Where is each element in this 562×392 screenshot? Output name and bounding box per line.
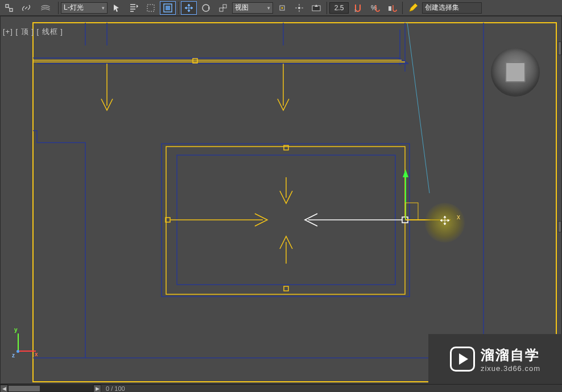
named-selection-placeholder: 创建选择集 — [425, 3, 459, 12]
link-button[interactable] — [18, 1, 34, 15]
viewport-active-border[interactable] — [34, 23, 556, 381]
select-by-name-button[interactable] — [126, 1, 142, 15]
svg-point-8 — [298, 7, 300, 9]
chevron-down-icon: ▾ — [267, 5, 270, 11]
y-axis-icon — [18, 333, 19, 352]
snap-toggle-button[interactable]: 3 — [350, 1, 366, 15]
watermark-title: 溜溜自学 — [481, 346, 540, 364]
schematic-view-button[interactable] — [1, 1, 17, 15]
viewport-label-plus: [+] — [3, 27, 13, 36]
watermark-subtitle: zixue.3d66.com — [481, 364, 540, 373]
timeline-frame-display: 0 / 100 — [106, 385, 125, 392]
timeline-track[interactable] — [8, 385, 93, 392]
separator — [402, 2, 403, 14]
scroll-right-button[interactable]: ▶ — [93, 385, 101, 393]
layer-combo-value: L-灯光 — [64, 3, 84, 12]
ref-coord-value: 视图 — [235, 3, 249, 12]
chevron-down-icon: ▾ — [102, 5, 105, 11]
svg-rect-12 — [389, 6, 391, 11]
separator — [327, 2, 327, 14]
main-toolbar: L-灯光 ▾ 视图 ▾ 2.5 3 % — [0, 0, 562, 16]
rotate-button[interactable] — [198, 1, 214, 15]
keyboard-shortcut-button[interactable] — [308, 1, 324, 15]
ref-coord-combo[interactable]: 视图 ▾ — [232, 2, 273, 14]
scrollbar-stub[interactable] — [558, 221, 561, 232]
watermark-overlay: 溜溜自学 zixue.3d66.com — [428, 334, 562, 384]
separator — [178, 2, 179, 14]
select-object-button[interactable] — [109, 1, 125, 15]
viewport-label-view: [ 顶 ] — [15, 27, 34, 36]
viewport-label-shading: [ 线框 ] — [37, 27, 63, 36]
svg-rect-2 — [166, 6, 170, 10]
layers-button[interactable] — [35, 1, 56, 15]
layer-combo[interactable]: L-灯光 ▾ — [61, 2, 108, 14]
axis-label-x: x — [35, 351, 38, 357]
viewport-container: [+] [ 顶 ] [ 线框 ] y x z — [0, 16, 562, 384]
timeline-scrollbar[interactable]: ◀ ▶ 0 / 100 — [0, 384, 562, 392]
angle-snap-value[interactable]: 2.5 — [329, 2, 349, 14]
svg-rect-0 — [147, 5, 154, 11]
x-axis-icon — [18, 351, 36, 352]
viewport-label[interactable]: [+] [ 顶 ] [ 线框 ] — [3, 27, 63, 37]
edit-named-sel-button[interactable] — [405, 1, 421, 15]
svg-point-7 — [282, 7, 283, 9]
move-button[interactable] — [181, 1, 197, 15]
z-axis-icon — [16, 350, 19, 353]
named-selection-combo[interactable]: 创建选择集 — [422, 2, 482, 14]
play-icon — [450, 347, 475, 372]
timeline-thumb[interactable] — [9, 386, 40, 391]
scrollbar-stub[interactable] — [558, 41, 561, 55]
scale-button[interactable] — [215, 1, 231, 15]
percent-snap-button[interactable] — [384, 1, 400, 15]
axis-tripod: y x z — [11, 330, 39, 358]
axis-label-z: z — [12, 352, 15, 358]
viewcube-face[interactable] — [505, 62, 526, 82]
region-select-button[interactable] — [143, 1, 159, 15]
use-pivot-center-button[interactable] — [274, 1, 290, 15]
angle-snap-button[interactable]: % — [367, 1, 383, 15]
viewcube[interactable] — [491, 48, 540, 97]
gizmo-axis-x-label: x — [457, 213, 460, 221]
axis-label-y: y — [14, 327, 18, 333]
window-crossing-button[interactable] — [160, 1, 176, 15]
scroll-left-button[interactable]: ◀ — [0, 385, 8, 393]
svg-rect-4 — [220, 8, 223, 11]
select-manipulate-button[interactable] — [291, 1, 307, 15]
separator — [58, 2, 59, 14]
